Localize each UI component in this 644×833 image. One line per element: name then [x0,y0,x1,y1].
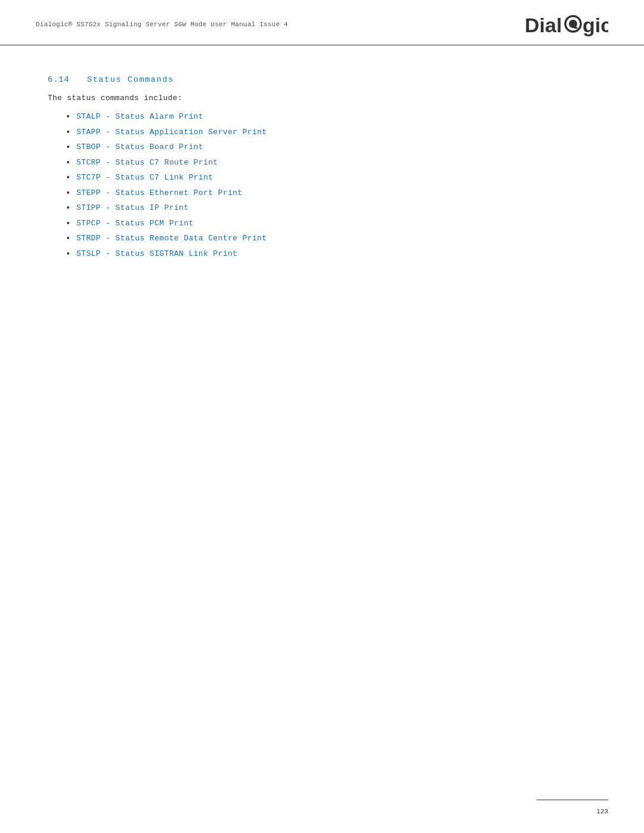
list-item: STRDP - Status Remote Data Centre Print [66,233,596,244]
page-header: Dialogic® SS7G2x Signaling Server SGW Mo… [0,0,644,45]
command-link-stalp[interactable]: STALP - Status Alarm Print [76,112,203,121]
command-link-stslp[interactable]: STSLP - Status SIGTRAN Link Print [76,249,237,258]
page-footer: 123 [0,808,644,815]
list-item: STIPP - Status IP Print [66,202,596,214]
command-link-stapp[interactable]: STAPP - Status Application Server Print [76,128,267,137]
command-link-stipp[interactable]: STIPP - Status IP Print [76,203,188,212]
section-heading: 6.14 Status Commands [48,75,174,84]
svg-text:gic.: gic. [583,14,608,36]
dialogic-logo-svg: Dial gic. [525,11,608,38]
list-item: STAPP - Status Application Server Print [66,126,596,138]
list-item: STPCP - Status PCM Print [66,218,596,230]
list-item: STBOP - Status Board Print [66,141,596,153]
command-list: STALP - Status Alarm PrintSTAPP - Status… [48,111,596,259]
list-item: STEPP - Status Ethernet Port Print [66,187,596,199]
command-link-stbop[interactable]: STBOP - Status Board Print [76,143,203,151]
command-link-strdp[interactable]: STRDP - Status Remote Data Centre Print [76,234,267,243]
command-link-stcrp[interactable]: STCRP - Status C7 Route Print [76,158,218,167]
list-item: STC7P - Status C7 Link Print [66,172,596,184]
list-item: STCRP - Status C7 Route Print [66,157,596,169]
main-content: 6.14 Status Commands The status commands… [0,45,644,299]
page-number: 123 [596,808,608,815]
intro-text: The status commands include: [48,94,596,103]
page-container: Dialogic® SS7G2x Signaling Server SGW Mo… [0,0,644,833]
logo: Dial gic. [525,11,608,38]
section-number: 6.14 [48,75,70,84]
list-item: STSLP - Status SIGTRAN Link Print [66,248,596,260]
section-title: Status Commands [87,75,174,84]
command-link-stc7p[interactable]: STC7P - Status C7 Link Print [76,173,213,182]
svg-text:Dial: Dial [525,14,562,36]
list-item: STALP - Status Alarm Print [66,111,596,123]
command-link-stpcp[interactable]: STPCP - Status PCM Print [76,219,194,228]
header-title: Dialogic® SS7G2x Signaling Server SGW Mo… [36,21,288,28]
footer-line [537,800,608,801]
command-link-stepp[interactable]: STEPP - Status Ethernet Port Print [76,188,243,197]
